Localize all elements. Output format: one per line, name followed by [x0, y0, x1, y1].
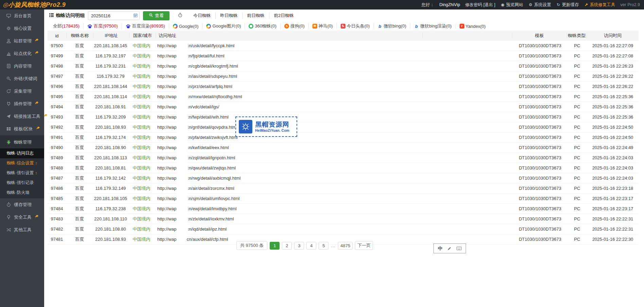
sidebar-item-17[interactable]: 安全工具 — [0, 211, 44, 223]
cell-spider-name: 百度 — [66, 124, 93, 130]
page-button-5[interactable]: 5 — [319, 242, 328, 250]
filter-label: 搜狗(0) — [290, 23, 305, 29]
filter-百度渲染[interactable]: 百度渲染(80935) — [122, 23, 169, 29]
cell-ip: 116.179.32.142 — [93, 176, 128, 181]
cell-visit-time: 2025-01-16 22:26:22 — [587, 84, 639, 89]
repair-tool-link[interactable]: 系统修复工具 — [584, 2, 615, 8]
ime-keyboard-icon[interactable] — [457, 247, 462, 250]
cell-ip: 116.179.32.149 — [93, 186, 128, 191]
sidebar-item-label: 内容管理 — [14, 63, 32, 69]
tab-昨日蜘蛛[interactable]: 昨日蜘蛛 — [215, 13, 242, 19]
sidebar-item-15[interactable]: 蜘蛛·防火墙 — [0, 188, 44, 198]
cell-spider-type: PC — [567, 216, 587, 221]
watermark: 黑帽资源网 HeiMaoZiYuan. Com — [235, 116, 297, 137]
page-button-4[interactable]: 4 — [306, 242, 316, 250]
filter-label: 今日头条(0) — [347, 23, 370, 29]
cell-template: DT1030/1030DT3673 — [513, 125, 567, 130]
preview-site-link[interactable]: ◉ 预览网站 — [500, 2, 523, 8]
update-cache-link[interactable]: ↻ 更新缓存 — [556, 2, 579, 8]
sidebar-item-16[interactable]: 缓存管理 — [0, 198, 44, 211]
page-button-4875[interactable]: 4875 — [338, 242, 353, 250]
ime-toolbar[interactable]: 中 — [433, 243, 466, 253]
spider-icon — [6, 140, 11, 145]
sidebar-item-7[interactable]: 插件管理 — [0, 97, 44, 110]
bing-icon: b — [414, 24, 419, 29]
username[interactable]: DingZhiVip — [440, 2, 460, 7]
cell-template: DT1030/1030DT3673 — [513, 53, 567, 58]
cell-template: DT1030/1030DT3673 — [513, 227, 567, 232]
filter-Google图片[interactable]: Google图片(0) — [202, 23, 245, 29]
filter-神马[interactable]: 神神马(0) — [308, 23, 337, 29]
cell-ip: 116.179.32.174 — [93, 135, 128, 140]
cell-visit-time: 2025-01-16 22:25:36 — [587, 94, 639, 99]
page-button-2[interactable]: 2 — [282, 242, 292, 250]
page-button-1[interactable]: 1 — [270, 242, 280, 250]
topbar-menu: 您好： DingZhiVip 修改密码 [退出 ] ◉ 预览网站 ⚙ 系统设置 … — [422, 2, 644, 8]
sidebar-item-18[interactable]: 其他工具 — [0, 223, 44, 236]
cell-spider-name: 百度 — [66, 73, 93, 79]
sidebar-item-11[interactable]: 蜘蛛·访问日志 — [0, 148, 44, 158]
sidebar-item-label: 缓存管理 — [14, 202, 32, 208]
cell-id: 97496 — [48, 84, 66, 89]
sidebar-item-5[interactable]: 外链/关键词 — [0, 72, 44, 85]
cell-ip: 220.181.108.105 — [93, 196, 128, 201]
cell-template: DT1030/1030DT3673 — [513, 155, 567, 160]
system-settings-link[interactable]: ⚙ 系统设置 — [528, 2, 551, 8]
next-page-button[interactable]: 下一页 — [355, 241, 373, 250]
sidebar-item-14[interactable]: 蜘蛛·强引记录 — [0, 178, 44, 188]
table-row: 97486百度116.179.32.149中国境内http://wapcn/ai… — [48, 183, 639, 194]
sidebar-item-1[interactable]: 核心设置 — [0, 22, 44, 35]
cell-visit-time: 2025-01-16 22:25:36 — [587, 114, 639, 120]
sidebar-item-9[interactable]: 模板/区块 — [0, 123, 44, 135]
filter-微软bing渲染[interactable]: b微软bing渲染(0) — [410, 23, 455, 29]
sidebar-item-0[interactable]: 后台首页 — [0, 10, 44, 22]
filter-全部[interactable]: 全部(178435) — [49, 23, 83, 29]
page-button-3[interactable]: 3 — [294, 242, 304, 250]
sidebar-item-12[interactable]: 蜘蛛·综合设置↑ — [0, 158, 44, 168]
cell-id: 97488 — [48, 165, 66, 170]
cell-ip: 220.181.108.81 — [93, 165, 128, 170]
column-header-模板: 模板 — [512, 33, 567, 39]
ime-lang-indicator[interactable]: 中 — [438, 246, 442, 252]
sidebar-item-label: 核心设置 — [14, 25, 32, 32]
cell-template: DT1030/1030DT3673 — [513, 84, 567, 89]
sidebar-item-13[interactable]: 蜘蛛·强引设置↑ — [0, 168, 44, 178]
pin-icon — [34, 38, 39, 43]
calendar-icon[interactable] — [133, 13, 138, 19]
sidebar-item-8[interactable]: 链接推送工具 — [0, 110, 44, 123]
pin-icon — [43, 114, 48, 119]
ime-pen-icon[interactable] — [447, 247, 451, 251]
sidebar-item-10[interactable]: 蜘蛛管理 — [0, 136, 44, 148]
sidebar-item-6[interactable]: 采集管理 — [0, 85, 44, 97]
cell-id: 97487 — [48, 176, 66, 181]
tab-前2日蜘蛛[interactable]: 前2日蜘蛛 — [269, 13, 298, 19]
filter-搜狗[interactable]: S搜狗(0) — [280, 23, 308, 29]
sidebar-item-label: 模板/区块 — [14, 126, 33, 132]
change-password-link[interactable]: 修改密码 [退出 ] — [465, 2, 495, 8]
cell-template: DT1030/1030DT3673 — [513, 186, 567, 191]
tab-今日蜘蛛[interactable]: 今日蜘蛛 — [189, 13, 215, 19]
table-row: 97490百度220.181.108.90中国境内http://wapcn/kw… — [48, 143, 639, 153]
sidebar: 后台首页核心设置站群管理站点优化内容管理外链/关键词采集管理插件管理链接推送工具… — [0, 10, 44, 307]
cell-region: 中国境内 — [128, 145, 155, 151]
view-button[interactable]: 查看 — [143, 11, 169, 20]
sidebar-item-4[interactable]: 内容管理 — [0, 60, 44, 72]
table-row: 97492百度220.181.108.93中国境内http://wapcn/gn… — [48, 122, 639, 132]
filter-360蜘蛛[interactable]: 360蜘蛛(0) — [245, 23, 280, 29]
version-label: ver Pro2.9 — [620, 2, 640, 7]
sidebar-item-label: 蜘蛛·强引记录 — [7, 180, 34, 186]
cell-region: 中国境内 — [128, 226, 155, 232]
sidebar-item-label: 蜘蛛·访问日志 — [7, 150, 34, 156]
date-input[interactable] — [88, 11, 140, 20]
filter-Google[interactable]: Google(0) — [169, 24, 202, 29]
cell-spider-name: 百度 — [66, 185, 93, 192]
sidebar-item-3[interactable]: 站点优化 — [0, 47, 44, 60]
filter-今日头条[interactable]: 头今日头条(0) — [337, 23, 374, 29]
sidebar-item-2[interactable]: 站群管理 — [0, 35, 44, 47]
filter-Yandex[interactable]: YYandex(0) — [455, 24, 489, 29]
cell-spider-name: 百度 — [66, 206, 93, 212]
filter-微软bing[interactable]: b微软bing(0) — [374, 23, 410, 29]
filter-百度[interactable]: 百度(97500) — [83, 23, 122, 29]
tab-前日蜘蛛[interactable]: 前日蜘蛛 — [242, 13, 269, 19]
filter-label: 百度渲染(80935) — [132, 23, 165, 29]
